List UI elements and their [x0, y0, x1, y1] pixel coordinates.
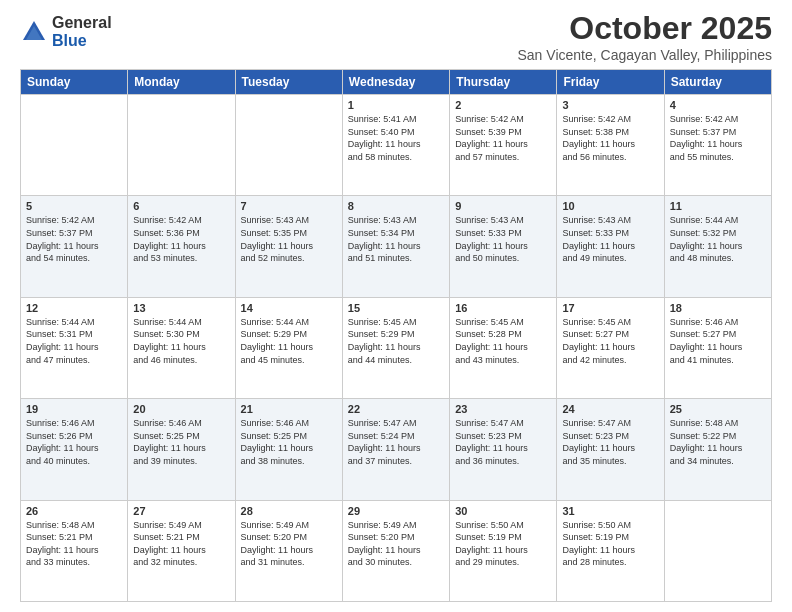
day-info: Sunrise: 5:42 AM Sunset: 5:39 PM Dayligh…: [455, 113, 551, 163]
calendar-cell: [21, 95, 128, 196]
day-number: 9: [455, 200, 551, 212]
day-info: Sunrise: 5:43 AM Sunset: 5:34 PM Dayligh…: [348, 214, 444, 264]
day-number: 11: [670, 200, 766, 212]
day-number: 3: [562, 99, 658, 111]
day-number: 21: [241, 403, 337, 415]
day-number: 20: [133, 403, 229, 415]
day-info: Sunrise: 5:49 AM Sunset: 5:20 PM Dayligh…: [348, 519, 444, 569]
calendar-cell: 6Sunrise: 5:42 AM Sunset: 5:36 PM Daylig…: [128, 196, 235, 297]
calendar-header: Sunday Monday Tuesday Wednesday Thursday…: [21, 70, 772, 95]
day-number: 8: [348, 200, 444, 212]
calendar-cell: 27Sunrise: 5:49 AM Sunset: 5:21 PM Dayli…: [128, 500, 235, 601]
logo-icon: [20, 18, 48, 46]
calendar-cell: [235, 95, 342, 196]
day-number: 23: [455, 403, 551, 415]
page: General Blue October 2025 San Vicente, C…: [0, 0, 792, 612]
day-info: Sunrise: 5:43 AM Sunset: 5:33 PM Dayligh…: [562, 214, 658, 264]
day-info: Sunrise: 5:46 AM Sunset: 5:25 PM Dayligh…: [133, 417, 229, 467]
calendar-cell: 29Sunrise: 5:49 AM Sunset: 5:20 PM Dayli…: [342, 500, 449, 601]
day-info: Sunrise: 5:47 AM Sunset: 5:23 PM Dayligh…: [455, 417, 551, 467]
calendar-week-0: 1Sunrise: 5:41 AM Sunset: 5:40 PM Daylig…: [21, 95, 772, 196]
calendar-cell: 13Sunrise: 5:44 AM Sunset: 5:30 PM Dayli…: [128, 297, 235, 398]
logo-general-label: General: [52, 14, 112, 32]
calendar-cell: 26Sunrise: 5:48 AM Sunset: 5:21 PM Dayli…: [21, 500, 128, 601]
day-info: Sunrise: 5:44 AM Sunset: 5:32 PM Dayligh…: [670, 214, 766, 264]
calendar-body: 1Sunrise: 5:41 AM Sunset: 5:40 PM Daylig…: [21, 95, 772, 602]
day-number: 1: [348, 99, 444, 111]
header-monday: Monday: [128, 70, 235, 95]
calendar-week-3: 19Sunrise: 5:46 AM Sunset: 5:26 PM Dayli…: [21, 399, 772, 500]
day-info: Sunrise: 5:43 AM Sunset: 5:33 PM Dayligh…: [455, 214, 551, 264]
day-info: Sunrise: 5:46 AM Sunset: 5:25 PM Dayligh…: [241, 417, 337, 467]
day-info: Sunrise: 5:48 AM Sunset: 5:21 PM Dayligh…: [26, 519, 122, 569]
location-title: San Vicente, Cagayan Valley, Philippines: [518, 47, 773, 63]
calendar-cell: 21Sunrise: 5:46 AM Sunset: 5:25 PM Dayli…: [235, 399, 342, 500]
calendar-cell: 12Sunrise: 5:44 AM Sunset: 5:31 PM Dayli…: [21, 297, 128, 398]
day-number: 12: [26, 302, 122, 314]
day-number: 31: [562, 505, 658, 517]
header-tuesday: Tuesday: [235, 70, 342, 95]
day-number: 13: [133, 302, 229, 314]
day-info: Sunrise: 5:49 AM Sunset: 5:21 PM Dayligh…: [133, 519, 229, 569]
header-thursday: Thursday: [450, 70, 557, 95]
title-section: October 2025 San Vicente, Cagayan Valley…: [518, 10, 773, 63]
calendar-cell: 16Sunrise: 5:45 AM Sunset: 5:28 PM Dayli…: [450, 297, 557, 398]
calendar-cell: 11Sunrise: 5:44 AM Sunset: 5:32 PM Dayli…: [664, 196, 771, 297]
calendar-cell: 31Sunrise: 5:50 AM Sunset: 5:19 PM Dayli…: [557, 500, 664, 601]
day-info: Sunrise: 5:48 AM Sunset: 5:22 PM Dayligh…: [670, 417, 766, 467]
day-number: 7: [241, 200, 337, 212]
calendar-cell: 24Sunrise: 5:47 AM Sunset: 5:23 PM Dayli…: [557, 399, 664, 500]
calendar-cell: 15Sunrise: 5:45 AM Sunset: 5:29 PM Dayli…: [342, 297, 449, 398]
day-info: Sunrise: 5:44 AM Sunset: 5:31 PM Dayligh…: [26, 316, 122, 366]
header-friday: Friday: [557, 70, 664, 95]
day-number: 24: [562, 403, 658, 415]
calendar-cell: 7Sunrise: 5:43 AM Sunset: 5:35 PM Daylig…: [235, 196, 342, 297]
day-number: 26: [26, 505, 122, 517]
day-number: 4: [670, 99, 766, 111]
day-info: Sunrise: 5:47 AM Sunset: 5:23 PM Dayligh…: [562, 417, 658, 467]
day-info: Sunrise: 5:43 AM Sunset: 5:35 PM Dayligh…: [241, 214, 337, 264]
logo-blue-label: Blue: [52, 32, 112, 50]
calendar-cell: 2Sunrise: 5:42 AM Sunset: 5:39 PM Daylig…: [450, 95, 557, 196]
calendar-cell: 3Sunrise: 5:42 AM Sunset: 5:38 PM Daylig…: [557, 95, 664, 196]
day-info: Sunrise: 5:50 AM Sunset: 5:19 PM Dayligh…: [562, 519, 658, 569]
day-info: Sunrise: 5:45 AM Sunset: 5:27 PM Dayligh…: [562, 316, 658, 366]
day-number: 17: [562, 302, 658, 314]
calendar-cell: 30Sunrise: 5:50 AM Sunset: 5:19 PM Dayli…: [450, 500, 557, 601]
header-sunday: Sunday: [21, 70, 128, 95]
day-number: 10: [562, 200, 658, 212]
day-info: Sunrise: 5:42 AM Sunset: 5:38 PM Dayligh…: [562, 113, 658, 163]
calendar-cell: 10Sunrise: 5:43 AM Sunset: 5:33 PM Dayli…: [557, 196, 664, 297]
calendar-table: Sunday Monday Tuesday Wednesday Thursday…: [20, 69, 772, 602]
day-info: Sunrise: 5:44 AM Sunset: 5:29 PM Dayligh…: [241, 316, 337, 366]
header-row: Sunday Monday Tuesday Wednesday Thursday…: [21, 70, 772, 95]
day-info: Sunrise: 5:45 AM Sunset: 5:28 PM Dayligh…: [455, 316, 551, 366]
day-number: 30: [455, 505, 551, 517]
calendar-cell: 25Sunrise: 5:48 AM Sunset: 5:22 PM Dayli…: [664, 399, 771, 500]
day-info: Sunrise: 5:42 AM Sunset: 5:37 PM Dayligh…: [670, 113, 766, 163]
day-number: 29: [348, 505, 444, 517]
day-info: Sunrise: 5:42 AM Sunset: 5:37 PM Dayligh…: [26, 214, 122, 264]
day-number: 2: [455, 99, 551, 111]
day-number: 15: [348, 302, 444, 314]
day-number: 22: [348, 403, 444, 415]
day-number: 18: [670, 302, 766, 314]
day-number: 19: [26, 403, 122, 415]
logo-text: General Blue: [52, 14, 112, 49]
day-number: 27: [133, 505, 229, 517]
calendar-week-2: 12Sunrise: 5:44 AM Sunset: 5:31 PM Dayli…: [21, 297, 772, 398]
day-info: Sunrise: 5:44 AM Sunset: 5:30 PM Dayligh…: [133, 316, 229, 366]
calendar-cell: [128, 95, 235, 196]
day-info: Sunrise: 5:50 AM Sunset: 5:19 PM Dayligh…: [455, 519, 551, 569]
day-info: Sunrise: 5:47 AM Sunset: 5:24 PM Dayligh…: [348, 417, 444, 467]
calendar-cell: 8Sunrise: 5:43 AM Sunset: 5:34 PM Daylig…: [342, 196, 449, 297]
month-title: October 2025: [518, 10, 773, 47]
day-number: 16: [455, 302, 551, 314]
day-info: Sunrise: 5:46 AM Sunset: 5:27 PM Dayligh…: [670, 316, 766, 366]
calendar-cell: 1Sunrise: 5:41 AM Sunset: 5:40 PM Daylig…: [342, 95, 449, 196]
calendar-cell: [664, 500, 771, 601]
calendar-cell: 14Sunrise: 5:44 AM Sunset: 5:29 PM Dayli…: [235, 297, 342, 398]
calendar-cell: 19Sunrise: 5:46 AM Sunset: 5:26 PM Dayli…: [21, 399, 128, 500]
day-number: 14: [241, 302, 337, 314]
day-number: 28: [241, 505, 337, 517]
